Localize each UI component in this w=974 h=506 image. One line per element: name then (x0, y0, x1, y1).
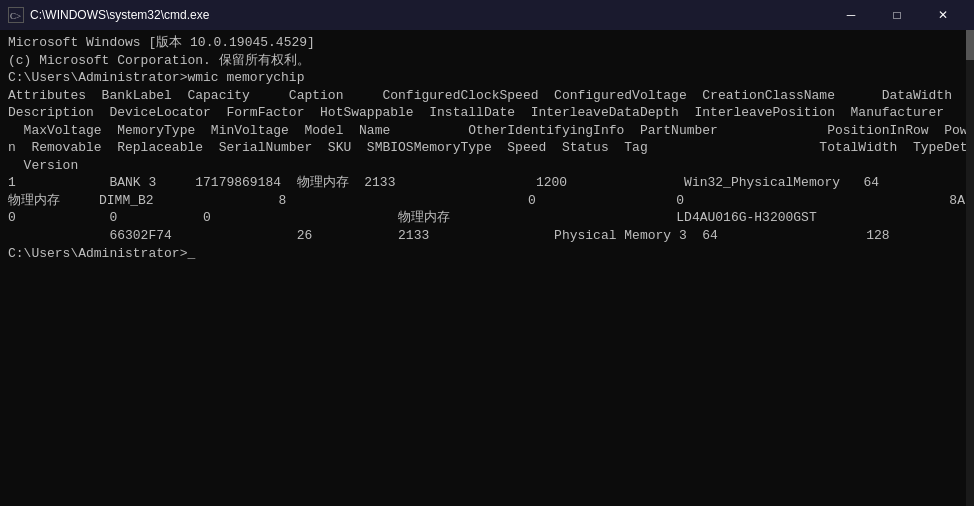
close-button[interactable]: ✕ (920, 0, 966, 30)
terminal-line: Attributes BankLabel Capacity Caption Co… (8, 87, 966, 105)
scrollbar[interactable] (966, 30, 974, 506)
cmd-icon: C> (8, 7, 24, 23)
window-container: C> C:\WINDOWS\system32\cmd.exe ─ □ ✕ Mic… (0, 0, 974, 506)
svg-text:C>: C> (10, 11, 21, 21)
terminal-line: C:\Users\Administrator>wmic memorychip (8, 69, 966, 87)
terminal-line: C:\Users\Administrator>_ (8, 245, 966, 263)
terminal-line: 1 BANK 3 17179869184 物理内存 2133 1200 Win3… (8, 174, 966, 192)
terminal-line: Description DeviceLocator FormFactor Hot… (8, 104, 966, 122)
terminal-line: (c) Microsoft Corporation. 保留所有权利。 (8, 52, 966, 70)
terminal-output: Microsoft Windows [版本 10.0.19045.4529](c… (8, 34, 966, 262)
terminal-line: Version (8, 157, 966, 175)
minimize-button[interactable]: ─ (828, 0, 874, 30)
scrollbar-thumb[interactable] (966, 30, 974, 60)
window-controls: ─ □ ✕ (828, 0, 966, 30)
title-bar: C> C:\WINDOWS\system32\cmd.exe ─ □ ✕ (0, 0, 974, 30)
terminal-body[interactable]: Microsoft Windows [版本 10.0.19045.4529](c… (0, 30, 974, 506)
terminal-line: 0 0 0 物理内存 LD4AU016G-H3200GST (8, 209, 966, 227)
title-bar-left: C> C:\WINDOWS\system32\cmd.exe (8, 7, 209, 23)
terminal-line: n Removable Replaceable SerialNumber SKU… (8, 139, 966, 157)
terminal-line: 66302F74 26 2133 Physical Memory 3 64 12… (8, 227, 966, 245)
window-title: C:\WINDOWS\system32\cmd.exe (30, 8, 209, 22)
terminal-line: 物理内存 DIMM_B2 8 0 0 8A76 (8, 192, 966, 210)
terminal-line: Microsoft Windows [版本 10.0.19045.4529] (8, 34, 966, 52)
maximize-button[interactable]: □ (874, 0, 920, 30)
terminal-line: MaxVoltage MemoryType MinVoltage Model N… (8, 122, 966, 140)
